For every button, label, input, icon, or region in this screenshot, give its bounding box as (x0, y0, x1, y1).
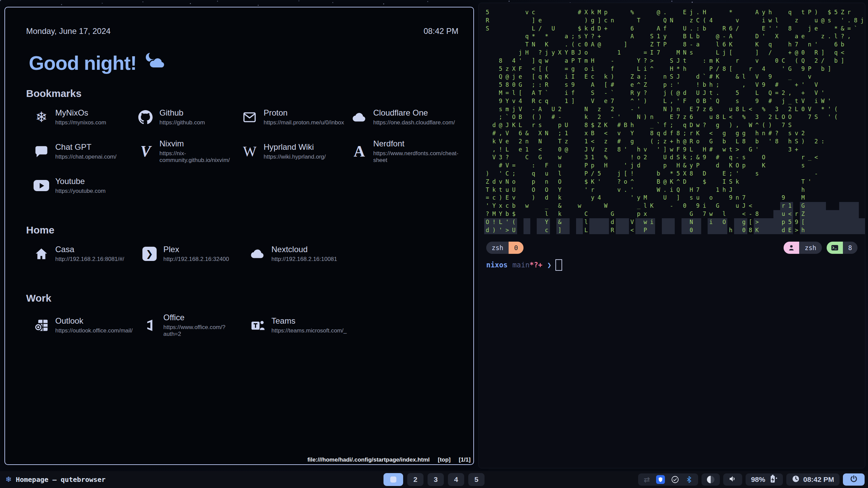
bookmark-item[interactable]: Casahttp://192.168.2.16:8081/#/ (26, 245, 134, 263)
matrix-row: d@JKL rs pU 8$ZK #Bh _`f; qDw? g ), W^()… (484, 121, 865, 129)
matrix-row: TktuU O O Y 'r v.' W.iQ H7 1hJ h (484, 186, 865, 194)
workspace-3[interactable]: 3 (428, 473, 444, 486)
tmux-module[interactable]: zsh (784, 242, 822, 254)
workspace-4[interactable]: 4 (448, 473, 464, 486)
bookmark-url: https://chat.openai.com/ (55, 154, 117, 160)
nix-snowflake-icon: ❄ (35, 110, 47, 124)
night-light-toggle[interactable] (702, 473, 720, 486)
bookmark-title: MyNixOs (55, 108, 106, 118)
tmux-session-pill[interactable]: zsh 0 (486, 242, 524, 254)
teams-icon (250, 318, 265, 333)
workspace-5[interactable]: 5 (468, 473, 485, 486)
cloud-icon (250, 246, 265, 262)
tmux-module-label: zsh (799, 242, 822, 254)
workspace-label: 5 (474, 475, 478, 484)
workspace-label: 4 (454, 475, 458, 484)
matrix-row: 'Yxcb w _ & w W _lK - 0 9i G uJ< r1 G (484, 202, 865, 210)
clock-time: 08:42 PM (803, 475, 834, 484)
tmux-module-label: 8 (843, 242, 857, 254)
bookmark-url: https://one.dash.cloudflare.com/ (373, 119, 455, 126)
moon-cloud-icon (143, 52, 165, 74)
section-title: Bookmarks (26, 88, 458, 99)
letter-a-icon: A (354, 144, 365, 159)
statusbar-url: file:///home/hadi/.config/startpage/inde… (307, 456, 430, 463)
section-home: HomeCasahttp://192.168.2.16:8081/#/❯Plex… (26, 224, 458, 263)
bookmark-item[interactable]: Cloudflare Onehttps://one.dash.cloudflar… (344, 108, 458, 126)
clock-icon (792, 475, 800, 485)
bitwarden-shield-icon[interactable] (656, 475, 665, 484)
github-icon (138, 110, 153, 125)
tmux-session-name: zsh (486, 242, 509, 254)
matrix-row: R ]e )g]cn T QN zC(4 v iwl z u@s '.8j (484, 17, 865, 25)
statusbar-scroll-position: [top] (438, 456, 451, 463)
letter-w-icon: W (243, 144, 257, 159)
volume-module[interactable] (723, 473, 742, 486)
bookmark-item[interactable]: Officehttps://www.office.com/?auth=2 (134, 313, 242, 338)
status-bar: ❄ Homepage — qutebrowser 2345 ⇄ 98% 08:4… (0, 471, 868, 488)
bookmark-item[interactable]: Outlookhttps://outlook.office.com/mail/ (26, 313, 134, 338)
bookmark-url: https://www.nerdfonts.com/cheat-sheet (373, 150, 458, 164)
bluetooth-icon[interactable] (685, 476, 693, 483)
window-title-module: ❄ Homepage — qutebrowser (5, 471, 105, 488)
outlook-icon (34, 318, 49, 333)
battery-percentage: 98% (751, 475, 765, 484)
bookmark-item[interactable]: Githubhttps://github.com (130, 108, 234, 126)
bookmark-title: Proton (263, 108, 344, 118)
bookmark-item[interactable]: ❄MyNixOshttps://mynixos.com (26, 108, 130, 126)
terminal-window: 5 vc #XkMp % @. Ej.H * Ayh q tP) $5Zr R … (478, 3, 865, 468)
qutebrowser-statusbar: file:///home/hadi/.config/startpage/inde… (307, 456, 471, 463)
workspace-1[interactable] (383, 473, 403, 486)
matrix-row: smjV -A U2 N z 2 -' N)n E7z6 u8L< % 3 2L… (484, 105, 865, 114)
matrix-row: O!L'( Y & l d V wi N i O g[> p59[ (484, 218, 865, 226)
system-tray: ⇄ (638, 473, 698, 486)
clock-module[interactable]: 08:42 PM (786, 473, 840, 486)
bookmark-url: https://github.com (159, 119, 205, 126)
greeting-heading: Good night! (29, 52, 473, 74)
bookmark-title: Cloudflare One (373, 108, 455, 118)
matrix-row: ) 'C; q u l P/5 j[! b *5X8 D E;' s - (484, 170, 865, 178)
section-title: Home (26, 224, 458, 236)
workspace-2[interactable]: 2 (407, 473, 423, 486)
active-workspace-dot (390, 476, 396, 483)
power-button[interactable] (843, 473, 865, 486)
check-circle-icon[interactable] (671, 475, 679, 484)
shell-prompt[interactable]: nixos main *?+ ❯ (486, 259, 562, 271)
tmux-module[interactable]: 8 (827, 242, 857, 254)
bookmark-url: http://192.168.2.16:8081/#/ (55, 256, 124, 263)
terminal-icon (831, 245, 839, 251)
battery-module[interactable]: 98% (746, 473, 783, 486)
bookmark-item[interactable]: Protonhttps://mail.proton.me/u/0/inbox (234, 108, 344, 126)
section-title: Work (26, 292, 458, 304)
bookmark-item[interactable]: ANerdfonthttps://www.nerdfonts.com/cheat… (344, 139, 458, 164)
bookmark-url: https://wiki.hyprland.org/ (263, 154, 326, 160)
bookmark-item[interactable]: VNixvimhttps://nix-community.github.io/n… (130, 139, 234, 164)
bookmark-item[interactable]: Teamshttps://teams.microsoft.com/_ (242, 313, 351, 338)
workspace-label: 3 (434, 475, 438, 484)
matrix-row: ZdvNo p n O $K' ?o^ B@K^D $ ISk T' (484, 178, 865, 186)
bookmark-url: https://youtube.com (55, 188, 105, 195)
greeting-text: Good night! (29, 52, 137, 74)
bookmark-title: Teams (272, 316, 347, 326)
house-icon (34, 247, 48, 261)
bookmark-title: Github (159, 108, 205, 118)
qutebrowser-window: Monday, June 17, 2024 08:42 PM Good nigh… (4, 7, 474, 465)
bookmark-sections: Bookmarks❄MyNixOshttps://mynixos.comGith… (26, 88, 458, 338)
matrix-row: 5zXF <[( =g oi f Li^ H*h P/8[ r 4 'G 9P … (484, 65, 865, 73)
bookmark-url: https://teams.microsoft.com/_ (272, 327, 347, 334)
workspace-switcher: 2345 (383, 473, 485, 486)
office-icon (143, 319, 156, 332)
half-moon-icon (707, 476, 714, 483)
bookmark-url: https://mynixos.com (55, 119, 106, 126)
bookmark-item[interactable]: Nextcloudhttp://192.168.2.16:10081 (242, 245, 351, 263)
matrix-rain: 5 vc #XkMp % @. Ej.H * Ayh q tP) $5Zr R … (484, 8, 865, 234)
bar-right-modules: ⇄ 98% 08:42 PM (638, 473, 865, 486)
matrix-row: ,!L e1 < 0@ JV z 8' hv ']wF9L H# wt> G' … (484, 146, 865, 154)
tmux-statusbar: zsh 0 zsh8 (486, 242, 857, 254)
bookmark-title: Casa (55, 245, 124, 254)
bookmark-item[interactable]: Youtubehttps://youtube.com (26, 177, 130, 195)
volume-icon (729, 475, 737, 485)
bookmark-item[interactable]: ❯Plexhttp://192.168.2.16:32400 (134, 245, 242, 263)
sync-icon[interactable]: ⇄ (644, 475, 650, 484)
bookmark-item[interactable]: Chat GPThttps://chat.openai.com/ (26, 139, 130, 164)
bookmark-item[interactable]: WHyprland Wikihttps://wiki.hyprland.org/ (234, 139, 344, 164)
